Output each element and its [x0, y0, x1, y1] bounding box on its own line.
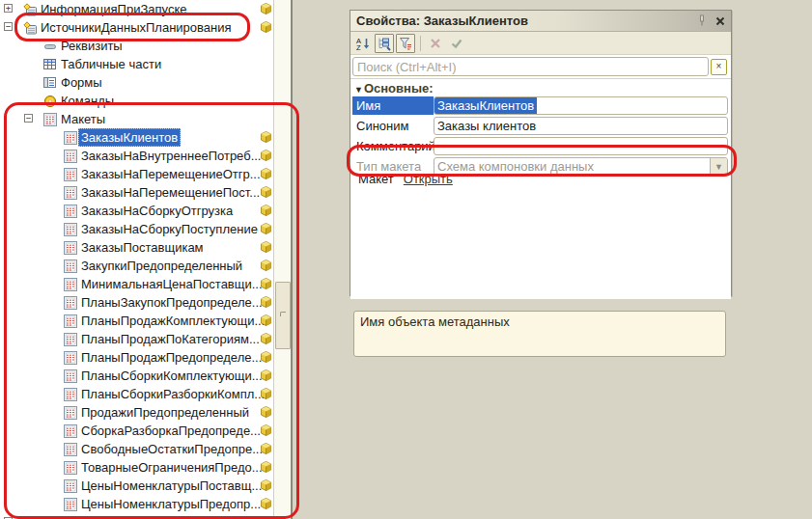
layout-icon — [64, 186, 78, 200]
form-icon — [43, 76, 58, 90]
tree-row[interactable]: ЗаказыНаВнутреннееПотреб... — [0, 147, 273, 165]
vendor-cube-icon — [261, 3, 271, 14]
tabular-section-icon — [43, 58, 58, 71]
tree-item-label: ПланыСборкиКомплектующи... — [81, 367, 263, 385]
layout-icon — [64, 369, 78, 383]
tree-row[interactable]: ЗаказыНаПеремещениеОтгр... — [0, 165, 273, 183]
tree-row[interactable]: ЗаказыНаСборкуПоступление — [0, 220, 273, 238]
tree-row[interactable]: ПланыПродажПредопределе... — [0, 348, 273, 367]
vendor-cube-icon — [261, 278, 271, 289]
close-icon[interactable] — [713, 14, 728, 29]
search-input[interactable] — [353, 59, 708, 74]
vendor-cube-icon — [261, 260, 271, 271]
search-clear-icon[interactable]: × — [711, 59, 727, 75]
collapse-node-icon[interactable]: − — [4, 22, 13, 31]
properties-title: Свойства: ЗаказыКлиентов — [350, 14, 694, 28]
tree-item-label: ЗаказыНаПеремещениеОтгр... — [81, 165, 261, 183]
tree-item-label: Реквизиты — [61, 37, 123, 55]
layout-icon — [64, 314, 78, 328]
tree-row[interactable]: Реквизиты — [0, 37, 273, 55]
layout-icon — [64, 131, 78, 145]
property-label: Комментарий — [352, 137, 434, 155]
search-box[interactable] — [352, 57, 709, 76]
data-source-icon — [23, 21, 38, 35]
vendor-cube-icon — [261, 205, 271, 216]
tree-row[interactable]: ЗаказыКлиентов — [0, 128, 273, 147]
tree-item-label: ПланыПродажПоКатегориям... — [81, 330, 260, 348]
tree-row[interactable]: −ИсточникиДанныхПланирования — [0, 18, 273, 37]
tree-row[interactable]: ТоварныеОграниченияПредо... — [0, 458, 273, 477]
tree-row[interactable]: Табличные части — [0, 55, 273, 73]
vendor-cube-icon — [261, 21, 271, 33]
layout-icon — [64, 351, 78, 365]
tree-row[interactable]: ЗаказыНаПеремещениеПост... — [0, 183, 273, 202]
property-value-text: ЗаказыКлиентов — [434, 97, 537, 114]
layout-row: МакетОткрыть — [358, 172, 453, 186]
tree-row[interactable]: СвободныеОстаткиПредопре... — [0, 440, 273, 458]
data-source-icon — [23, 3, 38, 16]
svg-text:Z: Z — [356, 43, 361, 51]
pane-splitter[interactable] — [291, 0, 293, 519]
tree-row[interactable]: +КартаМаршрутаБизнесПроцесса — [0, 513, 273, 519]
filter-important-icon[interactable] — [396, 34, 415, 53]
vendor-cube-icon — [261, 186, 271, 198]
collapse-arrow-icon: ▼ — [354, 85, 363, 95]
tree-row[interactable]: +ИнформацияПриЗапуске — [0, 0, 273, 18]
layout-icon — [64, 424, 78, 438]
tree-row[interactable]: ЦеныНоменклатурыПоставщ... — [0, 477, 273, 495]
tree-row[interactable]: ЗаказыПоставщикам — [0, 238, 273, 257]
sort-alphabetical-icon[interactable]: AZ — [353, 34, 373, 53]
collapse-node-icon[interactable]: − — [24, 114, 33, 123]
vendor-cube-icon — [261, 131, 271, 143]
layout-open-link[interactable]: Открыть — [404, 172, 453, 186]
description-box: Имя объекта метаданных — [353, 311, 726, 357]
tree-item-label: ЗаказыНаСборкуПоступление — [81, 220, 258, 238]
layout-icon — [64, 205, 78, 218]
property-label: Синоним — [352, 117, 434, 135]
tree-row[interactable]: −Макеты — [0, 110, 273, 128]
vendor-cube-icon — [261, 296, 271, 308]
tree-row[interactable]: МинимальнаяЦенаПоставщи... — [0, 275, 273, 293]
vendor-cube-icon — [261, 424, 271, 436]
property-value-field[interactable] — [434, 137, 728, 155]
tree-row[interactable]: СборкаРазборкаПредопреде... — [0, 422, 273, 440]
pin-icon[interactable] — [694, 14, 710, 29]
command-icon — [43, 95, 58, 108]
category-view-icon[interactable] — [375, 34, 394, 53]
property-value-field[interactable]: ЗаказыКлиентов — [434, 96, 728, 115]
property-value-field[interactable]: Заказы клиентов — [434, 117, 728, 135]
tree-item-label: Табличные части — [61, 55, 161, 73]
tree-scrollbar[interactable] — [273, 0, 291, 519]
tree-row[interactable]: ПродажиПредопределенный — [0, 403, 273, 422]
metadata-tree[interactable]: +ИнформацияПриЗапуске−ИсточникиДанныхПла… — [0, 0, 273, 519]
tree-item-label: СборкаРазборкаПредопреде... — [81, 422, 261, 440]
vendor-cube-icon — [261, 351, 271, 363]
tree-row[interactable]: ПланыПродажПоКатегориям... — [0, 330, 273, 348]
property-row: ИмяЗаказыКлиентов — [352, 96, 728, 115]
properties-body: ▼Основные: ИмяЗаказыКлиентовСинонимЗаказ… — [350, 79, 731, 299]
layout-icon — [64, 223, 78, 236]
tree-row[interactable]: ЦеныНоменклатурыПредопр... — [0, 495, 273, 513]
vendor-cube-icon — [261, 498, 271, 509]
expand-node-icon[interactable]: + — [4, 4, 13, 13]
tree-item-label: Команды — [61, 92, 114, 110]
tree-row[interactable]: ПланыСборкиРазборкиКомпл... — [0, 385, 273, 403]
tree-row[interactable]: Формы — [0, 73, 273, 92]
layout-icon — [64, 296, 78, 310]
tree-row[interactable]: ЗаказыНаСборкуОтгрузка — [0, 202, 273, 220]
tree-row[interactable]: ПланыСборкиКомплектующи... — [0, 367, 273, 385]
tree-row[interactable]: ПланыПродажКомплектующи... — [0, 312, 273, 330]
tree-row[interactable]: ЗакупкиПредопределенный — [0, 257, 273, 275]
vendor-cube-icon — [261, 333, 271, 344]
property-value-field: Схема компоновки данных▼ — [434, 157, 728, 176]
properties-toolbar: AZ — [350, 32, 731, 55]
section-header-label: Основные: — [364, 81, 434, 96]
scrollbar-thumb[interactable] — [275, 282, 291, 349]
section-header[interactable]: ▼Основные: — [354, 81, 434, 96]
tree-row[interactable]: ПланыЗакупокПредопределе... — [0, 293, 273, 312]
tree-row[interactable]: Команды — [0, 92, 273, 110]
property-label: Имя — [352, 96, 434, 115]
tree-item-label: МинимальнаяЦенаПоставщи... — [81, 275, 263, 293]
layout-icon — [64, 443, 78, 456]
vendor-cube-icon — [261, 223, 271, 234]
